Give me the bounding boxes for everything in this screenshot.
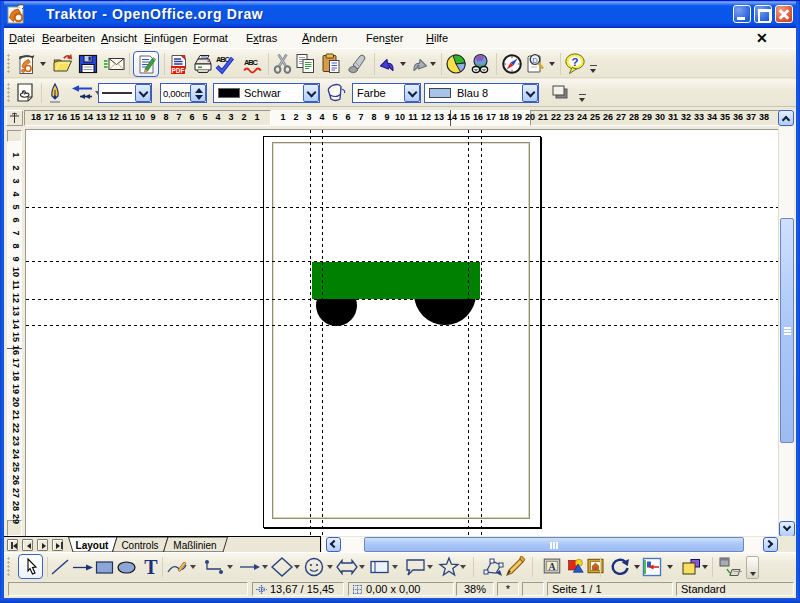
svg-text:ABC: ABC — [244, 58, 259, 67]
svg-text:Layout: Layout — [76, 540, 109, 551]
svg-text:Controls: Controls — [121, 540, 158, 551]
svg-text:A: A — [548, 561, 555, 572]
svg-text:Maßlinien: Maßlinien — [173, 540, 216, 551]
svg-text:T: T — [144, 556, 158, 578]
svg-text:D: D — [532, 56, 538, 65]
svg-text:?: ? — [571, 56, 578, 68]
svg-text:PDF: PDF — [172, 67, 185, 74]
